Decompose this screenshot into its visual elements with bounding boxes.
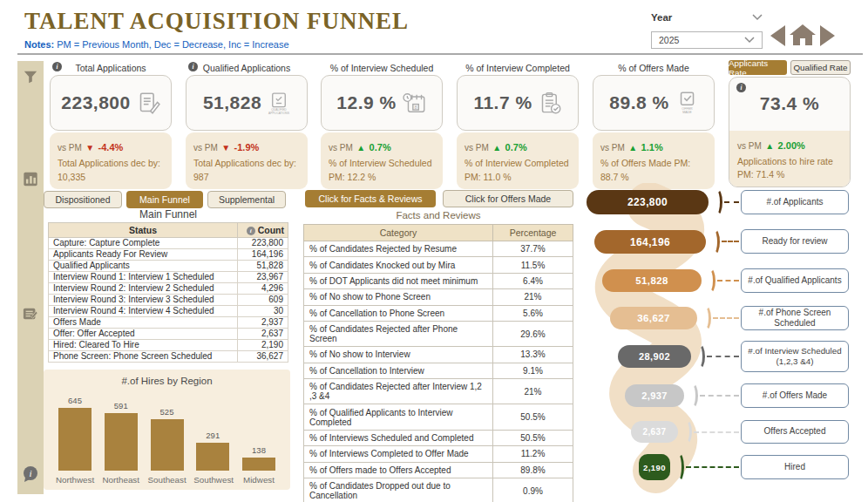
filter-icon[interactable]: [23, 70, 38, 85]
bar-midwest[interactable]: [242, 458, 275, 471]
facts-title: Facts and Reviews: [303, 210, 573, 220]
table-row[interactable]: Offer: Offer Accepted2,637: [49, 329, 288, 340]
svg-text:8: 8: [414, 105, 417, 110]
table-row[interactable]: Phone Screen: Phone Screen Scheduled36,6…: [49, 351, 288, 363]
table-header-row: Category Percentage: [304, 225, 573, 241]
kpi-title: Total Applications: [75, 63, 146, 73]
funnel-stage-hired[interactable]: 2,190: [639, 454, 670, 480]
table-row[interactable]: Interview Round 3: Interview 3 Scheduled…: [49, 295, 288, 306]
kpi-delta: 0.7%: [370, 142, 391, 153]
table-row[interactable]: % of Candidates Dropped out due to Cance…: [304, 478, 573, 502]
year-dropdown[interactable]: 2025: [651, 31, 763, 49]
table-row[interactable]: % of Interviews Scheduled and Completed5…: [304, 430, 573, 445]
table-row[interactable]: % of No show to Phone Screen21%: [304, 289, 573, 305]
kpi-card-interview-scheduled: % of Interview Scheduled 12.9 % 8 vs PM …: [321, 61, 443, 189]
bar-southwest[interactable]: [196, 443, 229, 471]
header-divider: [17, 53, 863, 55]
button-facts-reviews[interactable]: Click for Facts & Reviews: [305, 190, 436, 207]
table-row[interactable]: % of DOT Applicants did not meet minimum…: [304, 273, 573, 288]
kpi-value: 12.9 %: [336, 92, 396, 113]
svg-text:APPLICATIONS: APPLICATIONS: [268, 111, 290, 114]
x-axis-labels: Northwest Northeast Southeast Southwest …: [56, 475, 278, 485]
table-row[interactable]: % of No show to Interview13.3%: [304, 347, 573, 363]
svg-text:MADE: MADE: [682, 111, 692, 114]
left-toolbar: i: [17, 61, 44, 494]
table-row[interactable]: % of Candidates Rejected by Resume37.7%: [304, 241, 573, 257]
chart-icon[interactable]: [24, 172, 38, 187]
table-row[interactable]: Qualified Applicants51,828: [49, 261, 288, 272]
kpi-description: % of Interview Scheduled PM: 12.2 %: [329, 157, 435, 185]
table-row[interactable]: % of Candidates Rejected after Interview…: [304, 379, 573, 404]
page-title: TALENT ACQUISITION FUNNEL: [24, 8, 409, 35]
kpi-description: % of Offers Made PM: 88.7 %: [600, 157, 707, 185]
info-icon[interactable]: i: [52, 62, 62, 71]
table-row[interactable]: Interview Round 1: Interview 1 Scheduled…: [49, 272, 288, 283]
tab-applicants-rate[interactable]: Applicants Rate: [729, 60, 787, 75]
kpi-title: % of Interview Completed: [465, 63, 570, 73]
bar-northeast[interactable]: [105, 413, 138, 471]
table-row[interactable]: % of Candidates Rejected after Phone Scr…: [304, 321, 573, 346]
kpi-delta: -1.9%: [234, 142, 260, 153]
funnel-stage-offers-accepted[interactable]: 2,637: [631, 421, 678, 443]
table-row[interactable]: % of Qualified Applicants to Interview C…: [304, 404, 573, 430]
notes-label: Notes:: [24, 39, 54, 50]
funnel-stage-ready-for-review[interactable]: 164,196: [594, 230, 706, 254]
stage-label-applicants: #.of Applicants: [741, 190, 849, 214]
svg-text:i: i: [29, 468, 31, 478]
table-row[interactable]: % of Interviews Completed to Offer Made1…: [304, 446, 573, 462]
info-icon[interactable]: i: [247, 227, 255, 235]
bar-northwest[interactable]: [58, 408, 92, 471]
info-bubble-icon[interactable]: i: [22, 465, 39, 483]
kpi-delta: 2.00%: [778, 140, 805, 151]
increase-arrow-icon: ▲: [356, 143, 365, 153]
table-row[interactable]: % of Cancellation to Phone Screen5.6%: [304, 305, 573, 321]
funnel-stage-interview-scheduled[interactable]: 28,902: [618, 345, 691, 368]
table-row[interactable]: Offers Made2,937: [49, 317, 288, 329]
info-icon[interactable]: i: [736, 83, 746, 92]
decrease-arrow-icon: ▼: [221, 143, 230, 153]
offer-made-checkbox-icon: OFFERMADE: [675, 91, 698, 115]
chevron-down-icon[interactable]: [752, 14, 763, 21]
table-row[interactable]: Capture: Capture Complete223,800: [49, 238, 288, 249]
kpi-value: 51,828: [203, 92, 261, 113]
kpi-title: Qualified Applications: [203, 63, 290, 73]
funnel-stage-qualified-applicants[interactable]: 51,828: [602, 269, 702, 292]
next-page-arrow-icon[interactable]: [820, 25, 835, 46]
column-percentage: Percentage: [493, 225, 573, 241]
vs-pm-label: vs PM: [58, 143, 82, 153]
bar-southeast[interactable]: [151, 419, 184, 471]
bar-value: 645: [68, 396, 82, 405]
funnel-stage-applicants[interactable]: 223,800: [587, 190, 709, 214]
info-icon[interactable]: i: [188, 62, 198, 71]
table-row[interactable]: % of Offers made to Offers Accepted89.8%: [304, 462, 573, 478]
table-row[interactable]: Interview Round 4: Interview 4 Scheduled…: [49, 306, 288, 317]
kpi-description: Total Applications dec by: 10,335: [58, 157, 164, 185]
table-row[interactable]: Applicants Ready For Review164,196: [49, 249, 288, 261]
axis-label: Northwest: [56, 475, 94, 485]
tab-main-funnel[interactable]: Main Funnel: [126, 191, 203, 208]
facts-table: Category Percentage % of Candidates Reje…: [303, 224, 573, 502]
kpi-card-interview-completed: % of Interview Completed 11.7 % vs PM ▲ …: [457, 61, 579, 189]
increase-arrow-icon: ▲: [492, 143, 501, 153]
bars-area: 645 591 525 291 138: [56, 396, 278, 471]
kpi-title: % of Interview Scheduled: [330, 63, 433, 73]
tab-supplemental[interactable]: Supplemental: [207, 191, 286, 208]
tab-qualified-rate[interactable]: Qualified Rate: [790, 60, 851, 75]
funnel-stage-phone-screen-scheduled[interactable]: 36,627: [610, 307, 697, 329]
tab-dispositioned[interactable]: Dispositioned: [44, 191, 122, 208]
notes-icon[interactable]: [23, 306, 38, 322]
home-icon[interactable]: [789, 23, 817, 47]
button-offers-made[interactable]: Click for Offers Made: [443, 190, 573, 207]
funnel-stage-offers-made[interactable]: 2,937: [625, 384, 684, 407]
kpi-card-applicants-rate: i73.4 % vs PM ▲ 2.00% Applications to hi…: [729, 77, 851, 187]
table-row[interactable]: Hired: Cleared To Hire2,190: [49, 340, 288, 351]
chevron-down-icon: [744, 37, 755, 44]
table-row[interactable]: % of Cancellation to Interview9.1%: [304, 363, 573, 378]
table-row[interactable]: % of Candidates Knocked out by Mira11.5%: [304, 257, 573, 273]
kpi-delta: -4.4%: [98, 142, 124, 153]
prev-page-arrow-icon[interactable]: [770, 25, 785, 46]
table-row[interactable]: Interview Round 2: Interview 2 Scheduled…: [49, 283, 288, 295]
vs-pm-label: vs PM: [329, 143, 353, 153]
stage-label-ready-for-review: Ready for review: [741, 229, 849, 254]
decrease-arrow-icon: ▼: [85, 143, 94, 153]
